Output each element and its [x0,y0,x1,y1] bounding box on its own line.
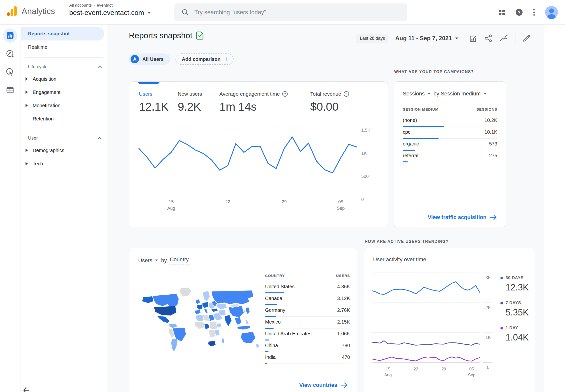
legend-row: 30 DAYS [500,276,537,280]
metric-tab-new-users[interactable]: New users9.2K [178,91,202,113]
sidebar-item-demographics[interactable]: Demographics [21,144,107,157]
sidebar-item-label: Acquisition [33,76,57,82]
svg-text:1K: 1K [361,151,367,156]
metric-value: $0.00 [310,100,349,113]
users-line-chart: 1.5K1K500015Aug222905Sep [129,114,388,227]
date-range-selector[interactable]: Aug 11 - Sep 7, 2021 [395,35,458,42]
svg-text:?: ? [518,10,521,15]
toolbar-divider [515,33,515,44]
sidebar-item-engagement[interactable]: Engagement [21,86,107,99]
share-button[interactable] [484,34,493,42]
metric-label-text: Average engagement time [219,91,280,97]
breadcrumb-separator-icon: › [94,3,95,7]
sidebar-item-realtime[interactable]: Realtime [21,41,107,54]
legend-label: 7 DAYS [506,300,521,305]
search-icon [181,8,189,16]
map-dimension-selector[interactable]: Country [170,256,189,265]
rail-reports-button[interactable] [3,28,17,43]
search-input[interactable] [194,9,396,16]
column-header-country: COUNTRY [265,274,285,278]
metric-label-text: New users [178,91,202,97]
view-traffic-acquisition-link[interactable]: View traffic acquisition [428,214,497,221]
sidebar-item-tech[interactable]: Tech [21,157,107,170]
sidebar-item-monetization[interactable]: Monetization [21,99,107,112]
insights-button[interactable] [499,34,508,43]
analytics-logo[interactable]: Analytics [6,5,55,17]
expand-triangle-icon [26,77,28,81]
help-icon[interactable]: ? [282,91,288,97]
metric-tab-total-revenue[interactable]: Total revenue?$0.00 [310,91,349,113]
metric-tab-users[interactable]: Users12.1K [139,91,168,113]
svg-text:15: 15 [386,367,390,371]
rail-advertising-button[interactable] [3,65,17,79]
expand-triangle-icon [26,91,28,94]
legend-entry-7-days[interactable]: 7 DAYS5.35K [500,300,537,318]
row-bar [265,363,267,364]
map-metric-selector[interactable]: Users [138,257,152,264]
product-name: Analytics [22,6,55,16]
table-row: organic573 [403,139,497,150]
customize-report-button[interactable] [469,34,477,43]
edit-report-button[interactable] [522,34,531,42]
diagnostics-grid-icon[interactable] [498,9,506,16]
sidebar-item-label: Engagement [33,90,60,95]
add-comparison-button[interactable]: Add comparison + [175,54,234,65]
row-value: 275 [489,153,497,158]
svg-text:1K: 1K [485,335,491,340]
property-selector[interactable]: All accounts › eventact best-event.event… [69,3,151,17]
row-label: referral [403,153,418,158]
table-row: China780 [265,340,350,352]
global-search[interactable] [174,3,407,21]
breadcrumb: All accounts › eventact [69,3,151,8]
svg-text:05: 05 [338,199,343,204]
active-metric-tab-indicator [138,82,159,84]
row-value: 2.15K [337,319,350,325]
help-icon[interactable]: ? [344,91,349,97]
rail-explore-button[interactable] [3,47,17,61]
user-activity-chart: 3K2K1K015Aug222905Sep [364,248,498,385]
main-content: Reports snapshot Last 28 days Aug 11 - S… [107,25,565,392]
row-value: 573 [489,141,497,147]
avatar[interactable] [545,6,558,19]
dimension-selector[interactable]: by Session medium [434,91,480,97]
comparison-chip-all-users[interactable]: A All Users [129,54,170,65]
legend-row: 7 DAYS [500,300,537,305]
row-value: 10.2K [484,117,497,123]
sidebar-item-label: Monetization [33,103,60,108]
rail-configure-button[interactable] [3,83,17,97]
arrow-right-icon [490,214,497,220]
view-countries-link[interactable]: View countries [299,382,348,388]
legend-entry-1-day[interactable]: 1 DAY1.04K [500,325,537,343]
sidebar-item-acquisition[interactable]: Acquisition [21,72,107,86]
metric-tab-average-engagement-time[interactable]: Average engagement time?1m 14s [219,91,288,113]
legend-entry-30-days[interactable]: 30 DAYS12.3K [500,276,537,293]
sidebar-item-retention[interactable]: Retention [21,112,107,125]
world-map [137,274,267,364]
table-row: Mexico2.15K [265,317,350,328]
metric-label: Average engagement time? [219,91,288,97]
date-preset-badge[interactable]: Last 28 days [356,34,388,43]
sidebar-item-reports-snapshot[interactable]: Reports snapshot [21,27,104,41]
users-by-country-card: Users by Country [129,248,357,392]
table-row: (none)10.2K [403,115,497,127]
legend-label: 30 DAYS [506,276,523,280]
row-bar [403,161,408,162]
chevron-up-icon [97,65,102,68]
legend-row: 1 DAY [500,325,537,330]
sidebar-item-label: Retention [33,116,54,122]
legend-value: 1.04K [500,332,537,343]
collapse-drawer-button[interactable] [23,387,30,392]
report-verified-icon[interactable] [196,31,204,40]
table-row: India470 [265,352,350,364]
nav-section-user[interactable]: User [21,132,107,144]
nav-section-life-cycle[interactable]: Life cycle [21,61,107,72]
insights-icon [499,34,508,43]
edit-pencil-icon [522,34,531,42]
metric-selector[interactable]: Sessions [403,91,425,97]
legend-dot-icon [500,302,503,304]
right-gutter [544,25,565,392]
chevron-up-icon [97,137,102,140]
help-icon[interactable]: ? [515,8,523,16]
table-row: Canada3.12K [265,293,350,305]
more-options-icon[interactable] [533,8,536,16]
